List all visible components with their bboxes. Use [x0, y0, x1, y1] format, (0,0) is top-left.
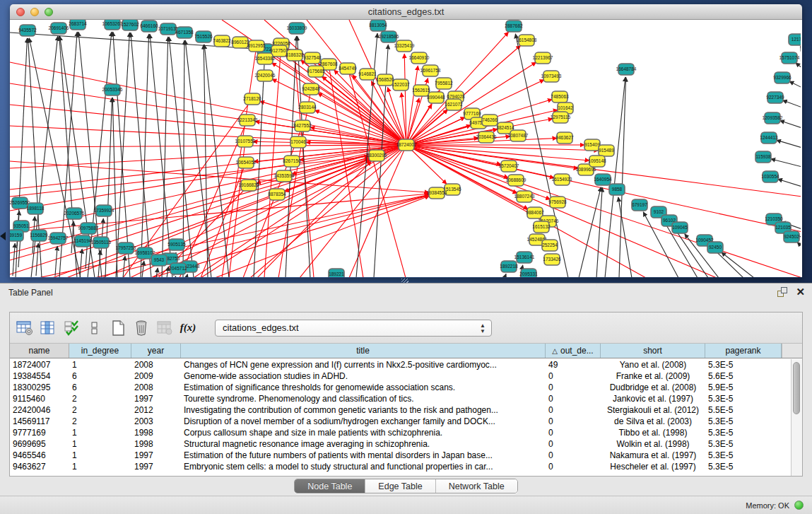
graph-node[interactable]: 2803144: [298, 102, 317, 113]
table-select[interactable]: citations_edges.txt ▲▼: [215, 320, 492, 337]
column-header-in_degree[interactable]: in_degree: [69, 344, 131, 358]
graph-node[interactable]: 15136141: [514, 252, 535, 263]
graph-node[interactable]: 20206576: [64, 208, 85, 219]
graph-node[interactable]: 12975115: [551, 112, 571, 123]
graph-node[interactable]: 12213967: [533, 52, 553, 64]
graph-node[interactable]: 20691406: [49, 23, 69, 34]
table-row[interactable]: 1872400712008Changes of HCN gene express…: [10, 359, 791, 370]
graph-node[interactable]: 1568520: [376, 74, 394, 86]
graph-node[interactable]: 1640954: [594, 174, 612, 185]
graph-node[interactable]: 170046: [290, 136, 306, 148]
graph-node[interactable]: 12093582: [763, 112, 783, 124]
network-window-titlebar[interactable]: citations_edges.txt: [10, 4, 802, 20]
table-row[interactable]: 1938455462009Genome-wide association stu…: [10, 370, 791, 382]
graph-node[interactable]: 8960123: [231, 37, 249, 48]
graph-node[interactable]: 9146821: [358, 69, 377, 80]
table-row[interactable]: 946362711997Embryonic stem cells: a mode…: [10, 461, 791, 472]
column-header-name[interactable]: name: [10, 344, 69, 358]
column-header-pagerank[interactable]: pagerank: [705, 344, 782, 358]
graph-node[interactable]: 9327548: [303, 52, 322, 64]
graph-node[interactable]: 13505115: [91, 237, 112, 248]
graph-node[interactable]: 17957253: [116, 243, 136, 254]
graph-node[interactable]: 1527602: [121, 20, 139, 30]
graph-node[interactable]: 9543: [151, 255, 167, 266]
graph-node[interactable]: 16154923: [552, 174, 572, 185]
graph-node[interactable]: 8427552: [293, 120, 312, 132]
graph-node[interactable]: 10807487: [508, 130, 529, 141]
table-scrollbar-thumb[interactable]: [793, 362, 800, 414]
graph-node[interactable]: 10688609: [506, 175, 526, 186]
network-window[interactable]: citations_edges.txt 18724007943557220691…: [10, 4, 802, 278]
graph-node[interactable]: 1030554: [761, 171, 779, 182]
table-row[interactable]: 1456911722003Disruption of a novel membe…: [10, 416, 791, 427]
delete-column-button[interactable]: [132, 319, 151, 337]
graph-node[interactable]: 8813054: [369, 20, 387, 31]
column-header-short[interactable]: short: [601, 344, 705, 358]
graph-node[interactable]: 109045: [672, 222, 688, 233]
graph-node[interactable]: 2683714: [69, 20, 87, 30]
column-header-year[interactable]: year: [131, 344, 181, 358]
graph-node[interactable]: 7515526: [194, 31, 213, 42]
graph-node[interactable]: 1615132: [532, 221, 551, 233]
graph-node[interactable]: 1156829: [30, 230, 48, 241]
graph-node[interactable]: 1217: [789, 34, 801, 45]
graph-node[interactable]: 9175685: [307, 66, 325, 77]
graph-node[interactable]: 16961758: [420, 65, 441, 76]
graph-node[interactable]: 90975887: [78, 223, 99, 234]
function-builder-button[interactable]: f(x): [179, 319, 197, 337]
graph-node[interactable]: 8912955: [247, 40, 266, 52]
graph-node[interactable]: 20364436: [476, 132, 497, 143]
table-row[interactable]: 1830029562008Estimation of significance …: [10, 382, 791, 393]
graph-node[interactable]: 18807243: [514, 191, 535, 202]
graph-node[interactable]: 915489: [599, 145, 614, 156]
graph-node[interactable]: 10973493: [541, 71, 562, 82]
graph-node[interactable]: 16640910: [409, 52, 430, 64]
graph-node[interactable]: 13325419: [394, 40, 415, 52]
column-header-out_de[interactable]: △out_de...: [546, 344, 601, 358]
graph-node[interactable]: 16033809: [287, 23, 307, 34]
table-settings-button[interactable]: [16, 319, 34, 337]
graph-node[interactable]: 15751074: [779, 52, 800, 64]
table-scrollbar[interactable]: [791, 359, 802, 476]
graph-node[interactable]: 19166825: [239, 180, 259, 191]
graph-node[interactable]: 1898118: [27, 203, 45, 214]
graph-node[interactable]: 1244413: [760, 132, 778, 144]
tab-edge-table[interactable]: Edge Table: [365, 479, 435, 493]
graph-node[interactable]: 7485063: [551, 91, 569, 103]
graph-node[interactable]: 10653267: [102, 20, 123, 30]
graph-node[interactable]: 7955812: [435, 78, 453, 89]
tab-node-table[interactable]: Node Table: [295, 479, 365, 493]
row-options-button[interactable]: [86, 319, 104, 337]
tab-network-table[interactable]: Network Table: [436, 479, 517, 493]
graph-node[interactable]: 10107553: [235, 136, 256, 147]
graph-node[interactable]: 8878354: [268, 189, 286, 200]
graph-node[interactable]: 39159: [10, 230, 23, 241]
graph-node[interactable]: 746266: [482, 115, 498, 126]
table-row[interactable]: 969969511998Structural magnetic resonanc…: [10, 438, 791, 450]
float-panel-icon[interactable]: [777, 287, 787, 297]
graph-node[interactable]: 1892218: [500, 261, 518, 272]
graph-node[interactable]: 16154808: [517, 35, 537, 46]
table-row[interactable]: 977716911998Corpus callosum shape and si…: [10, 427, 791, 438]
graph-node[interactable]: 8267150: [283, 156, 301, 167]
table-row[interactable]: 2242004622012Investigating the contribut…: [10, 404, 791, 416]
graph-node[interactable]: 9463627: [555, 132, 574, 144]
graph-node[interactable]: 9435572: [18, 25, 37, 36]
graph-node[interactable]: 915409: [584, 139, 600, 151]
graph-node[interactable]: 679197: [632, 199, 647, 211]
graph-node[interactable]: 2095331: [519, 269, 538, 277]
graph-node[interactable]: 14353594: [274, 170, 295, 182]
graph-node[interactable]: 19218586: [379, 31, 399, 42]
table-row[interactable]: 946554611997Estimation of the future num…: [10, 450, 791, 461]
graph-node[interactable]: 8454749: [339, 63, 357, 74]
new-column-button[interactable]: [109, 319, 127, 337]
select-columns-button[interactable]: [62, 319, 81, 337]
graph-node[interactable]: 20053346: [102, 84, 123, 95]
graph-node[interactable]: 6466160: [140, 21, 158, 32]
close-panel-icon[interactable]: ✕: [796, 287, 805, 297]
graph-node[interactable]: 15720407: [499, 160, 519, 172]
graph-node[interactable]: 19384554: [427, 187, 447, 199]
graph-node[interactable]: 115938: [755, 151, 771, 163]
graph-node[interactable]: 1733426: [543, 254, 561, 265]
graph-node[interactable]: 924502: [784, 231, 799, 243]
